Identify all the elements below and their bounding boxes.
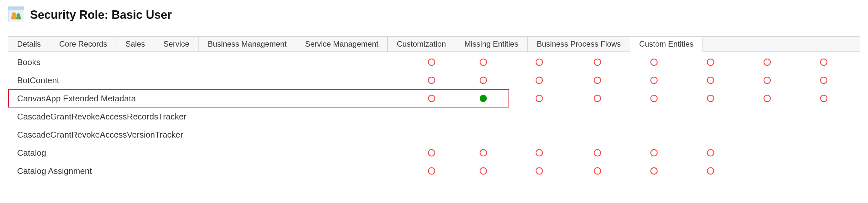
privilege-cells (406, 94, 852, 102)
svg-point-18 (651, 77, 657, 84)
svg-rect-1 (8, 6, 24, 10)
privilege-toggle[interactable] (739, 94, 795, 102)
privilege-toggle[interactable] (509, 94, 569, 102)
tab-customization[interactable]: Customization (388, 36, 455, 52)
tab-details[interactable]: Details (8, 36, 50, 52)
tab-label: Service (163, 39, 189, 49)
privilege-toggle[interactable] (625, 94, 682, 102)
privilege-toggle[interactable] (682, 58, 739, 66)
svg-point-9 (594, 59, 601, 65)
svg-point-33 (594, 150, 601, 156)
privilege-toggle[interactable] (682, 167, 739, 175)
svg-point-6 (428, 59, 435, 65)
privilege-toggle[interactable] (625, 58, 682, 66)
svg-point-10 (651, 59, 657, 65)
svg-rect-3 (11, 16, 17, 20)
privilege-grid: BooksBotContentCanvasApp Extended Metada… (8, 53, 860, 180)
privilege-toggle[interactable] (795, 94, 852, 102)
privilege-cells (406, 167, 852, 175)
tab-missing-entities[interactable]: Missing Entities (455, 36, 528, 52)
svg-point-13 (820, 59, 827, 65)
privilege-toggle[interactable] (625, 77, 682, 84)
svg-point-37 (480, 168, 487, 174)
svg-point-29 (820, 95, 827, 102)
tab-sales[interactable]: Sales (116, 36, 154, 52)
svg-point-40 (651, 168, 657, 174)
svg-point-27 (707, 95, 714, 102)
entity-label: CascadeGrantRevokeAccessRecordsTracker (8, 112, 406, 122)
privilege-toggle[interactable] (406, 149, 458, 157)
privilege-toggle[interactable] (569, 77, 625, 84)
tab-label: Details (17, 39, 41, 49)
privilege-toggle[interactable] (625, 167, 682, 175)
privilege-toggle[interactable] (569, 149, 625, 157)
privilege-toggle[interactable] (569, 167, 625, 175)
privilege-toggle[interactable] (569, 58, 625, 66)
entity-row: CascadeGrantRevokeAccessVersionTracker (8, 126, 860, 144)
privilege-toggle[interactable] (682, 149, 739, 157)
svg-point-39 (594, 168, 601, 174)
svg-point-7 (480, 59, 487, 65)
svg-point-35 (707, 150, 714, 156)
entity-label: CascadeGrantRevokeAccessVersionTracker (8, 130, 406, 140)
tab-service-management[interactable]: Service Management (296, 36, 388, 52)
privilege-toggle[interactable] (795, 58, 852, 66)
privilege-cells (406, 77, 852, 84)
tab-label: Business Management (208, 39, 287, 49)
svg-point-21 (820, 77, 827, 84)
svg-point-24 (536, 95, 542, 102)
privilege-toggle[interactable] (406, 58, 458, 66)
security-role-icon (8, 6, 24, 23)
privilege-toggle[interactable] (458, 94, 509, 102)
svg-rect-5 (16, 17, 21, 20)
privilege-toggle[interactable] (739, 58, 795, 66)
tab-label: Missing Entities (464, 39, 518, 49)
entity-row: CanvasApp Extended Metadata (8, 89, 860, 108)
privilege-toggle[interactable] (458, 77, 509, 84)
privilege-toggle[interactable] (406, 77, 458, 84)
privilege-toggle[interactable] (569, 94, 625, 102)
svg-point-20 (764, 77, 770, 84)
svg-point-28 (764, 95, 770, 102)
tab-business-management[interactable]: Business Management (199, 36, 296, 52)
privilege-toggle[interactable] (458, 149, 509, 157)
page-title: Security Role: Basic User (30, 8, 172, 22)
entity-label: BotContent (8, 76, 406, 85)
svg-point-41 (707, 168, 714, 174)
svg-point-12 (764, 59, 770, 65)
svg-point-19 (707, 77, 714, 84)
privilege-toggle[interactable] (625, 149, 682, 157)
tab-label: Custom Entities (639, 39, 693, 49)
tab-custom-entities[interactable]: Custom Entities (630, 36, 703, 52)
privilege-toggle[interactable] (509, 77, 569, 84)
privilege-toggle[interactable] (509, 167, 569, 175)
svg-point-31 (480, 150, 487, 156)
entity-row: Catalog (8, 144, 860, 162)
tab-business-process-flows[interactable]: Business Process Flows (528, 36, 630, 52)
tab-label: Customization (397, 39, 446, 49)
privilege-toggle[interactable] (682, 77, 739, 84)
privilege-cells (406, 149, 852, 157)
svg-point-22 (428, 95, 435, 102)
entity-row: BotContent (8, 71, 860, 89)
tab-label: Business Process Flows (537, 39, 621, 49)
svg-point-15 (480, 77, 487, 84)
privilege-toggle[interactable] (739, 77, 795, 84)
svg-point-26 (651, 95, 657, 102)
svg-point-11 (707, 59, 714, 65)
privilege-toggle[interactable] (682, 94, 739, 102)
privilege-toggle[interactable] (406, 167, 458, 175)
privilege-toggle[interactable] (406, 94, 458, 102)
privilege-toggle[interactable] (458, 58, 509, 66)
privilege-toggle[interactable] (509, 149, 569, 157)
tab-label: Sales (125, 39, 145, 49)
svg-point-2 (12, 12, 16, 17)
tab-service[interactable]: Service (154, 36, 198, 52)
privilege-toggle[interactable] (509, 58, 569, 66)
privilege-toggle[interactable] (795, 77, 852, 84)
tab-core-records[interactable]: Core Records (50, 36, 116, 52)
svg-point-30 (428, 150, 435, 156)
entity-row: Catalog Assignment (8, 162, 860, 180)
entity-label: CanvasApp Extended Metadata (8, 93, 406, 104)
privilege-toggle[interactable] (458, 167, 509, 175)
